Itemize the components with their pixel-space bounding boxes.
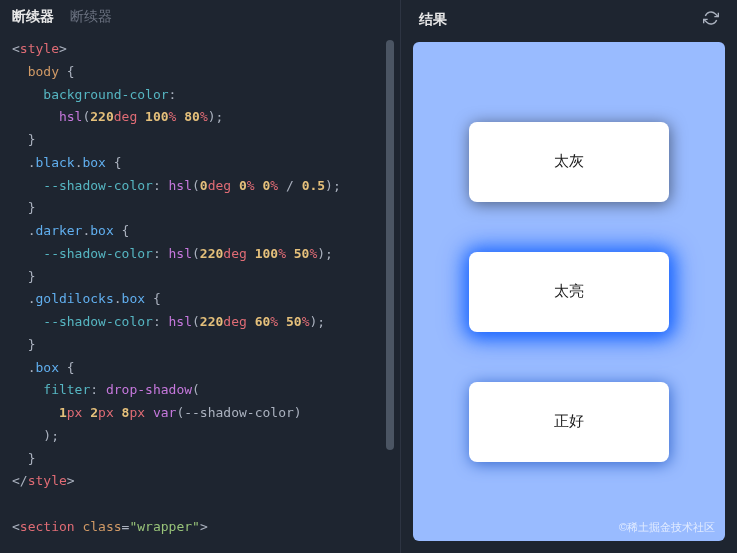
code-panel: 断续器 断续器 <style> body { background-color:… [0, 0, 400, 553]
box-goldilocks: 正好 [469, 382, 669, 462]
result-panel: 结果 太灰 太亮 正好 ©稀土掘金技术社区 [400, 0, 737, 553]
code-editor[interactable]: <style> body { background-color: hsl(220… [0, 30, 400, 553]
result-header: 结果 [401, 0, 737, 38]
refresh-icon[interactable] [703, 10, 719, 30]
code-content: <style> body { background-color: hsl(220… [12, 38, 396, 539]
preview-area: 太灰 太亮 正好 ©稀土掘金技术社区 [413, 42, 725, 541]
watermark: ©稀土掘金技术社区 [619, 520, 715, 535]
scrollbar[interactable] [386, 40, 394, 450]
tab-active[interactable]: 断续器 [12, 8, 54, 26]
tab-bar: 断续器 断续器 [0, 0, 400, 30]
tab-inactive[interactable]: 断续器 [70, 8, 112, 26]
box-black: 太灰 [469, 122, 669, 202]
box-darker: 太亮 [469, 252, 669, 332]
result-title: 结果 [419, 11, 447, 29]
